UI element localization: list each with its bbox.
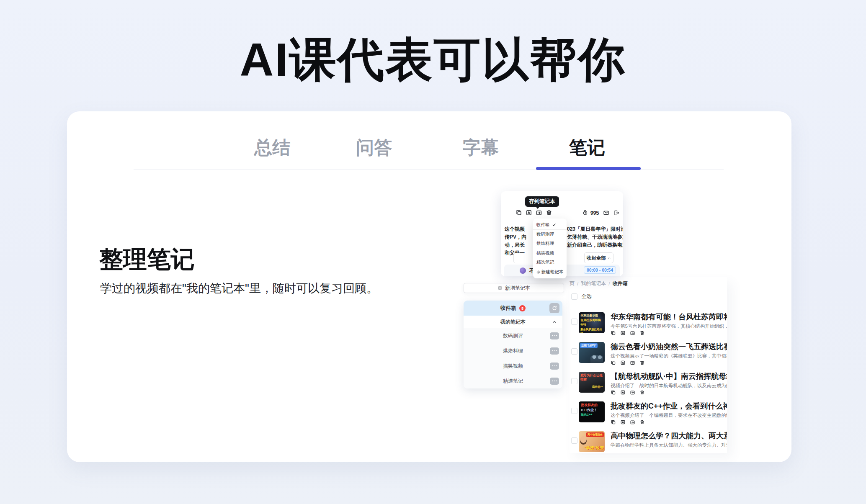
dropdown-item-inbox[interactable]: 收件箱 [533,220,567,230]
add-notebook-button[interactable]: 新增笔记本 [464,283,564,293]
my-notebooks-group[interactable]: 我的笔记本 [464,316,562,328]
copy-icon[interactable] [611,360,616,365]
dropdown-item-label: 精选笔记 [536,260,554,265]
note-actions [611,419,645,425]
tab-notes[interactable]: 笔记 [569,136,605,160]
tab-qa[interactable]: 问答 [356,136,392,160]
sidebar-item-notebook[interactable]: 搞笑视频 [464,358,562,373]
delete-icon[interactable] [639,390,645,395]
more-options-button[interactable] [550,378,559,385]
sidebar-item-inbox[interactable]: 收件箱 8 [464,301,562,316]
copy-icon[interactable] [515,209,522,216]
active-tab-underline [536,167,641,170]
summary-doc-icon[interactable] [620,330,626,336]
breadcrumb-my-notebooks[interactable]: 我的笔记本 [581,280,606,287]
refresh-button[interactable] [549,303,559,313]
summary-doc-icon[interactable] [526,209,532,216]
copy-icon[interactable] [611,390,616,395]
tab-summary[interactable]: 总结 [254,136,290,160]
mail-icon[interactable] [603,210,609,216]
dropdown-item-label: 数码测评 [536,231,554,237]
dropdown-item-new-notebook[interactable]: 新建笔记本 [533,267,567,277]
avatar [520,267,526,274]
dropdown-item[interactable]: 数码测评 [533,230,567,239]
note-title[interactable]: 华东华南都有可能！台风杜苏芮即将变强 [611,312,727,322]
delete-icon[interactable] [546,209,552,216]
dropdown-item[interactable]: 烘焙料理 [533,239,567,249]
note-title[interactable]: 【航母机动舰队·中】南云指挥航母靠能力 [611,371,727,381]
inbox-label: 收件箱 [500,305,516,312]
notebook-label: 搞笑视频 [503,363,523,370]
note-list-item: 批改群友的 C++作业！ 现代C++ 批改群友的C++作业，会看到什么神奇的 这… [570,401,727,431]
move-to-notebook-icon[interactable] [630,419,635,425]
breadcrumb-separator: / [577,281,578,287]
dropdown-item[interactable]: 搞笑视频 [533,249,567,258]
note-actions [611,360,645,365]
note-thumbnail[interactable]: 华东还是华南 台风杜苏芮即将变强 新台风胚胎已经出现 [579,312,605,333]
thumb-text: 现代C++ [581,413,603,417]
timestamp-chip[interactable]: 00:00 - 00:54 [584,266,616,274]
refresh-icon [552,305,557,311]
move-to-notebook-icon[interactable] [630,390,635,395]
thumb-badge: 高中物理指南 [586,432,604,437]
dropdown-item-label: 烘焙料理 [536,241,554,247]
page-title: AI课代表可以帮你 [0,28,866,92]
dropdown-item[interactable]: 精选笔记 [533,258,567,267]
copy-icon[interactable] [611,330,616,336]
more-options-button[interactable] [550,347,559,355]
note-title[interactable]: 高中物理怎么学？四大能力、两大意识， [611,431,727,441]
select-all-row: 全选 [571,293,592,300]
summary-doc-icon[interactable] [620,390,626,395]
delete-icon[interactable] [639,419,645,425]
copy-icon[interactable] [611,419,616,425]
note-checkbox[interactable] [571,378,577,384]
note-list-item: 高中物理指南 "学渣"蜕变 高中物理怎么学？四大能力、两大意识， 学霸在物理学科… [570,431,727,453]
note-actions [611,390,645,395]
logout-icon[interactable] [613,210,619,216]
plus-circle-icon [497,285,503,291]
note-checkbox[interactable] [571,437,577,444]
thumb-text: 航母为什么让他指挥 [580,373,603,382]
move-to-notebook-icon[interactable] [630,330,635,336]
more-options-button[interactable] [550,332,559,339]
save-to-notebook-icon[interactable] [536,209,542,216]
select-all-checkbox[interactable] [571,293,577,300]
note-title[interactable]: 德云色看小奶油突然一飞五葬送比赛：区 [611,342,727,352]
thumb-text: 新台风胚胎已经出现 [580,327,603,333]
summary-doc-icon[interactable] [620,360,626,365]
summary-text: 023「夏日嘉年华」限时活动 [567,226,623,233]
note-checkbox[interactable] [571,348,577,355]
sidebar-item-notebook[interactable]: 精选笔记 [464,373,562,388]
note-thumbnail[interactable]: 高中物理指南 "学渣"蜕变 [579,431,605,452]
note-thumbnail[interactable]: 这能飞的吗? [579,342,605,363]
delete-icon[interactable] [639,330,645,336]
more-options-button[interactable] [550,363,559,370]
tab-subtitles[interactable]: 字幕 [463,136,499,160]
note-checkbox[interactable] [571,408,577,414]
hidden-button[interactable] [513,253,535,263]
note-summary: 这个视频介绍了一个编程题目，要求在不改变主函数的情况下， [611,412,727,419]
breadcrumb-separator: / [608,281,610,287]
note-checkbox[interactable] [571,319,577,325]
note-thumbnail[interactable]: 批改群友的 C++作业！ 现代C++ [579,401,605,422]
thumb-text: "学渣"蜕变 [584,445,604,451]
note-title[interactable]: 批改群友的C++作业，会看到什么神奇的 [611,401,727,411]
breadcrumb: 页 / 我的笔记本 / 收件箱 [570,280,628,287]
note-thumbnail[interactable]: 航母为什么让他指挥 南云忠一 [579,372,605,393]
summary-text: 乞薄荷糖、干劲满满地参加活 [567,234,623,241]
my-notebooks-label: 我的笔记本 [500,319,526,326]
note-list-item: 航母为什么让他指挥 南云忠一 【航母机动舰队·中】南云指挥航母靠能力 视频介绍了… [570,371,727,401]
summary-doc-icon[interactable] [620,419,626,425]
collapse-all-label: 收起全部 [587,255,606,261]
sidebar-item-notebook[interactable]: 数码测评 [464,328,562,343]
note-list-item: 华东还是华南 台风杜苏芮即将变强 新台风胚胎已经出现 华东华南都有可能！台风杜苏… [570,312,727,342]
move-to-notebook-icon[interactable] [630,360,635,365]
notebook-list: 数码测评 烘焙料理 搞笑视频 精选笔记 [464,328,562,388]
collapse-all-button[interactable]: 收起全部 [584,252,613,263]
chevron-up-icon[interactable] [552,319,557,324]
delete-icon[interactable] [639,360,645,365]
breadcrumb-root[interactable]: 页 [570,280,575,287]
sidebar-item-notebook[interactable]: 烘焙料理 [464,343,562,358]
thumb-text: 批改群友的 [581,403,603,408]
note-list-item: 这能飞的吗? 德云色看小奶油突然一飞五葬送比赛：区 这个视频展示了一场精彩的《英… [570,342,727,371]
